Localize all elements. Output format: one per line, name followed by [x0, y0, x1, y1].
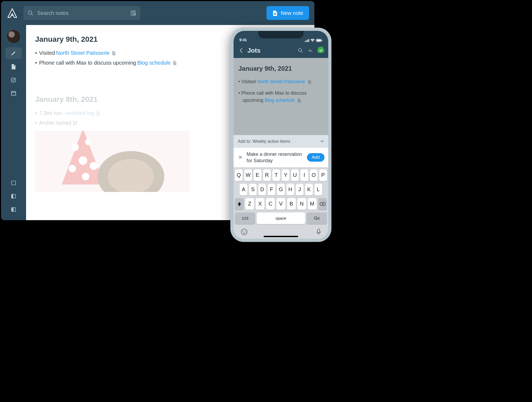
key-x[interactable]: X: [256, 198, 264, 210]
chevron-down-icon: [320, 140, 324, 143]
sidebar-item-calendar[interactable]: [5, 87, 22, 99]
avatar[interactable]: [7, 30, 20, 43]
search-icon[interactable]: [297, 48, 304, 53]
svg-rect-30: [308, 39, 309, 42]
key-c[interactable]: C: [266, 198, 275, 210]
document-icon: [297, 98, 301, 103]
wifi-icon: [310, 39, 315, 42]
sidebar-item-compose[interactable]: [5, 47, 22, 59]
note-link[interactable]: North Street Patisserie: [56, 50, 110, 56]
document-icon: [173, 61, 177, 65]
key-d[interactable]: D: [258, 184, 266, 195]
key-z[interactable]: Z: [245, 198, 254, 210]
top-bar: Search notes New note: [1, 1, 314, 25]
add-button[interactable]: Add: [307, 153, 325, 162]
quick-add-input[interactable]: Make a dinner reservation for Saturday: [247, 151, 304, 164]
search-input[interactable]: Search notes: [23, 6, 140, 20]
svg-point-39: [243, 231, 244, 231]
key-go[interactable]: Go: [307, 212, 327, 224]
svg-rect-19: [12, 208, 13, 212]
svg-rect-33: [322, 40, 322, 41]
svg-point-38: [241, 229, 247, 235]
note-image: [35, 131, 189, 192]
emoji-icon[interactable]: [241, 228, 248, 235]
key-backspace[interactable]: [318, 198, 327, 210]
svg-point-24: [69, 165, 76, 172]
undo-icon[interactable]: [307, 48, 314, 53]
key-shift[interactable]: [235, 198, 244, 210]
phone-header: Jots: [234, 43, 328, 58]
svg-rect-27: [305, 41, 306, 42]
key-i[interactable]: I: [300, 169, 308, 181]
battery-icon: [316, 39, 322, 42]
phone-header-title: Jots: [247, 47, 294, 54]
sidebar-layout-split-left-icon[interactable]: [5, 190, 22, 202]
key-j[interactable]: J: [296, 184, 304, 195]
svg-line-1: [31, 14, 33, 15]
back-icon[interactable]: [237, 48, 245, 53]
key-f[interactable]: F: [268, 184, 275, 195]
key-o[interactable]: O: [310, 169, 318, 181]
svg-rect-8: [274, 14, 276, 14]
new-note-icon: [272, 10, 278, 16]
svg-rect-14: [12, 181, 16, 185]
status-time: 9:41: [239, 38, 247, 42]
key-w[interactable]: W: [244, 169, 252, 181]
key-123[interactable]: 123: [235, 212, 255, 224]
note-link[interactable]: workout log: [67, 110, 94, 116]
sidebar-layout-columns-icon[interactable]: [5, 204, 22, 215]
advanced-search-icon[interactable]: [130, 10, 136, 16]
sidebar-item-tasks[interactable]: [5, 74, 22, 86]
sidebar: [1, 25, 26, 220]
key-l[interactable]: L: [314, 184, 322, 195]
key-s[interactable]: S: [249, 184, 257, 195]
note-link[interactable]: North Street Patisserie: [257, 79, 305, 84]
key-h[interactable]: H: [286, 184, 294, 195]
sidebar-item-notes[interactable]: [5, 61, 22, 72]
mic-icon[interactable]: [316, 228, 321, 235]
svg-point-26: [82, 173, 89, 180]
phone-frame: 9:41 Jots January 9th, 2021 • Visited No…: [230, 28, 331, 242]
key-k[interactable]: K: [305, 184, 313, 195]
document-icon: [112, 51, 116, 56]
key-space[interactable]: space: [257, 212, 305, 224]
signal-icon: [305, 39, 309, 42]
key-t[interactable]: T: [272, 169, 280, 181]
clear-input-button[interactable]: ✕: [237, 153, 243, 161]
svg-point-40: [245, 231, 246, 231]
svg-point-23: [79, 156, 87, 165]
search-placeholder: Search notes: [37, 10, 127, 16]
new-note-button[interactable]: New note: [267, 6, 309, 20]
document-icon: [307, 79, 312, 84]
key-g[interactable]: G: [277, 184, 285, 195]
sidebar-layout-single-icon[interactable]: [5, 177, 22, 189]
note-link[interactable]: Blog schedule: [137, 60, 171, 66]
key-a[interactable]: A: [240, 184, 247, 195]
key-n[interactable]: N: [297, 198, 306, 210]
add-to-selector[interactable]: Add to: Weekly action items: [234, 135, 328, 148]
key-e[interactable]: E: [253, 169, 261, 181]
phone-screen: 9:41 Jots January 9th, 2021 • Visited No…: [234, 31, 328, 239]
note-line: • Phone call with Max to discuss upcomin…: [238, 90, 323, 104]
key-y[interactable]: Y: [282, 169, 289, 181]
key-u[interactable]: U: [291, 169, 299, 181]
key-q[interactable]: Q: [235, 169, 243, 181]
new-note-label: New note: [281, 10, 304, 16]
svg-rect-28: [306, 40, 307, 42]
key-r[interactable]: R: [263, 169, 271, 181]
add-to-label: Add to: Weekly action items: [238, 139, 290, 144]
svg-line-35: [301, 51, 303, 53]
phone-note-content: January 9th, 2021 • Visited North Street…: [234, 58, 328, 135]
svg-rect-29: [307, 39, 308, 42]
svg-rect-41: [318, 229, 320, 233]
key-v[interactable]: V: [276, 198, 285, 210]
note-link[interactable]: Blog schedule: [265, 98, 295, 103]
key-m[interactable]: M: [308, 198, 317, 210]
svg-point-0: [28, 11, 32, 14]
key-b[interactable]: B: [287, 198, 296, 210]
app-logo-icon: [6, 7, 18, 19]
key-p[interactable]: P: [319, 169, 327, 181]
quick-add-input-row: ✕ Make a dinner reservation for Saturday…: [234, 148, 328, 167]
document-icon: [96, 111, 100, 116]
home-indicator[interactable]: [264, 236, 298, 237]
